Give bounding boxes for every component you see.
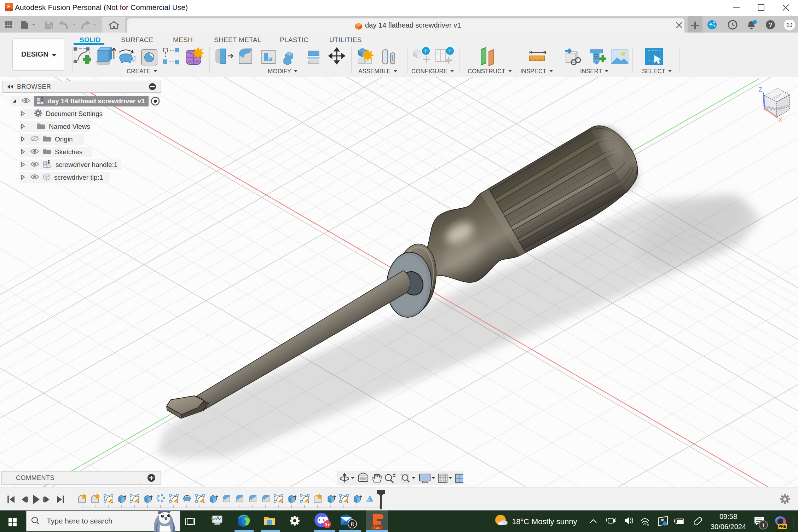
svg-text:DJ: DJ — [786, 23, 793, 29]
svg-text:F: F — [7, 3, 10, 9]
svg-text:8: 8 — [351, 521, 354, 527]
svg-text:Mostly sunny: Mostly sunny — [532, 517, 577, 526]
svg-text:Z: Z — [759, 86, 762, 93]
svg-text:X: X — [778, 116, 782, 123]
svg-text:30/06/2024: 30/06/2024 — [711, 523, 746, 531]
svg-text:18°C: 18°C — [512, 517, 529, 526]
svg-text:FUS: FUS — [7, 10, 11, 12]
svg-text:9+: 9+ — [325, 522, 330, 527]
svg-text:?: ? — [769, 22, 772, 28]
svg-text:1: 1 — [762, 522, 765, 528]
svg-text:FUS: FUS — [374, 526, 380, 530]
svg-text:PRE: PRE — [779, 524, 787, 528]
svg-text:Type here to search: Type here to search — [47, 517, 112, 525]
svg-text:09:58: 09:58 — [719, 513, 737, 520]
